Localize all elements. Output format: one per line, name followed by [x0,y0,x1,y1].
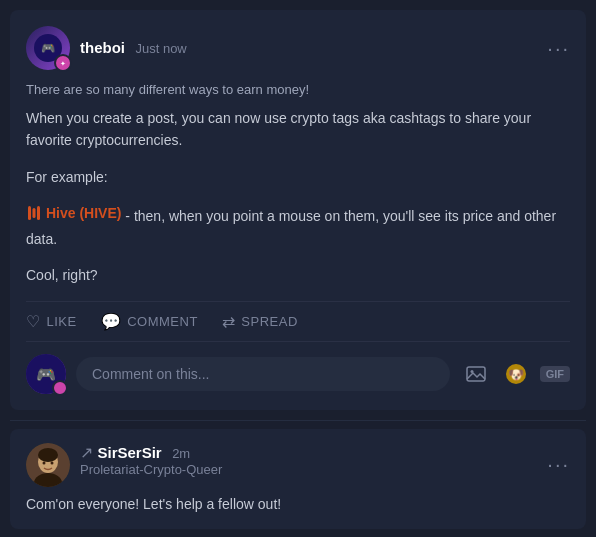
badge-icon: ✦ [58,58,68,68]
comment-header: ↗ SirSerSir 2m Proletariat-Crypto-Queer … [26,443,570,487]
comment-card: ↗ SirSerSir 2m Proletariat-Crypto-Queer … [10,429,586,529]
avatar-badge: ✦ [54,54,72,72]
spread-icon: ⇄ [222,312,236,331]
repost-icon: ↗ [80,443,93,462]
svg-text:🐶: 🐶 [508,366,525,383]
like-label: LIKE [47,314,77,329]
commenter-username[interactable]: SirSerSir [97,444,161,461]
post-paragraph-1: When you create a post, you can now use … [26,107,570,152]
svg-point-17 [43,461,46,464]
hive-tag[interactable]: Hive (HIVE) [26,202,121,224]
author-info: theboi Just now [80,39,187,57]
comment-action-buttons: 🐶 GIF [460,358,570,390]
post-paragraph-3: Cool, right? [26,264,570,286]
commenter-avatar-badge [52,380,68,396]
comment-input[interactable] [76,357,450,391]
svg-point-18 [51,461,54,464]
comment-timestamp: 2m [172,446,190,461]
post-header-left: 🎮 ✦ theboi Just now [26,26,187,70]
comment-input-row: 🎮 🐶 GIF [26,354,570,394]
post-hive-line: Hive (HIVE) - then, when you point a mou… [26,202,570,250]
comment-label: COMMENT [127,314,198,329]
author-username[interactable]: theboi [80,39,125,56]
svg-rect-4 [28,206,31,220]
svg-rect-5 [33,208,36,218]
svg-text:🎮: 🎮 [41,41,56,55]
action-bar: ♡ LIKE 💬 COMMENT ⇄ SPREAD [26,301,570,342]
sticker-button[interactable]: 🐶 [500,358,532,390]
section-divider [10,420,586,421]
commenter-username-row: ↗ SirSerSir 2m [80,443,222,462]
gif-button[interactable]: GIF [540,366,570,382]
svg-text:✦: ✦ [60,60,66,67]
svg-rect-9 [467,367,485,381]
comment-header-left: ↗ SirSerSir 2m Proletariat-Crypto-Queer [26,443,222,487]
comment-body: Com'on everyone! Let's help a fellow out… [26,493,570,515]
sticker-icon: 🐶 [505,363,527,385]
commenter-input-avatar: 🎮 [26,354,66,394]
spread-label: SPREAD [241,314,297,329]
commenter-avatar-svg [26,443,70,487]
post-timestamp: Just now [135,41,186,56]
svg-text:🎮: 🎮 [36,365,56,384]
hive-logo-svg [26,205,42,221]
post-more-button[interactable]: ··· [547,37,570,60]
comment-more-button[interactable]: ··· [547,453,570,476]
svg-rect-6 [37,206,40,220]
post-header: 🎮 ✦ theboi Just now ··· [26,26,570,70]
post-subtitle: There are so many different ways to earn… [26,82,570,97]
spread-button[interactable]: ⇄ SPREAD [222,312,298,331]
svg-point-15 [38,448,58,462]
author-avatar[interactable]: 🎮 ✦ [26,26,70,70]
heart-icon: ♡ [26,312,41,331]
hive-tag-label: Hive (HIVE) [46,202,121,224]
image-icon [466,364,486,384]
image-upload-button[interactable] [460,358,492,390]
post-example: For example: [26,166,570,188]
hive-logo [26,205,42,221]
post-body: When you create a post, you can now use … [26,107,570,287]
commenter-info: ↗ SirSerSir 2m Proletariat-Crypto-Queer [80,443,222,487]
post-card: 🎮 ✦ theboi Just now ··· There are so man… [10,10,586,410]
commenter-avatar[interactable] [26,443,70,487]
comment-icon: 💬 [101,312,122,331]
comment-button[interactable]: 💬 COMMENT [101,312,198,331]
commenter-role: Proletariat-Crypto-Queer [80,462,222,477]
example-label: For example: [26,169,108,185]
like-button[interactable]: ♡ LIKE [26,312,77,331]
